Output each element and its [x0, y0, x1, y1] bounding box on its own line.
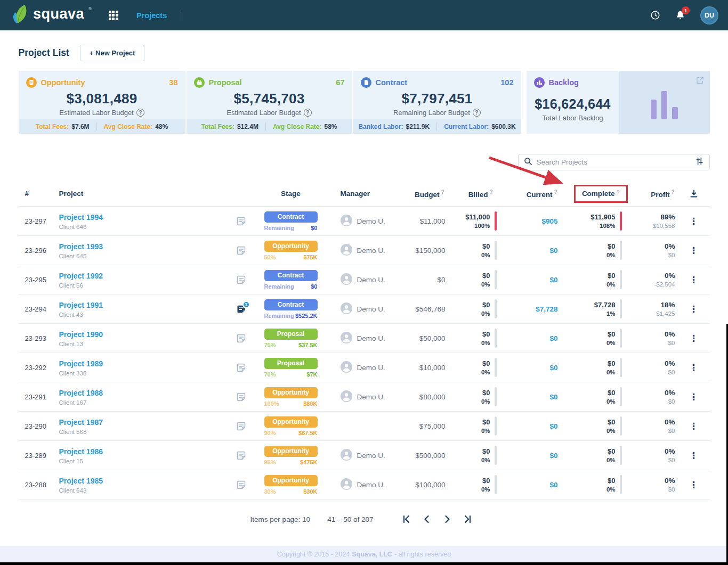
- export-download-icon[interactable]: [678, 190, 710, 198]
- manager-cell: Demo U.: [326, 361, 397, 374]
- profit-value: -$2,504: [624, 281, 675, 288]
- nav-projects-link[interactable]: Projects: [136, 11, 167, 20]
- note-icon[interactable]: [236, 363, 246, 373]
- project-link[interactable]: Project 1989: [59, 359, 103, 368]
- project-link[interactable]: Project 1992: [59, 272, 103, 280]
- billed-cell: $11,000 100%: [448, 211, 498, 231]
- project-number: 23-292: [19, 364, 48, 372]
- billed-value: $0: [481, 330, 490, 338]
- apps-grid-icon[interactable]: [109, 11, 118, 20]
- stage-sub-left: Remaining: [264, 313, 294, 319]
- billed-percent: 0%: [481, 281, 490, 288]
- complete-bar: [620, 299, 622, 318]
- last-page-button[interactable]: [457, 514, 478, 525]
- clock-icon[interactable]: [650, 10, 660, 20]
- project-link[interactable]: Project 1990: [59, 330, 103, 339]
- help-circle-icon[interactable]: ?: [136, 109, 144, 117]
- stage-sub: 95% $475K: [264, 459, 318, 465]
- note-icon[interactable]: [236, 333, 246, 343]
- complete-percent: 0%: [606, 486, 616, 493]
- project-link[interactable]: Project 1988: [59, 389, 103, 397]
- proposal-amount: $5,745,703: [194, 91, 345, 107]
- note-icon[interactable]: [236, 216, 246, 226]
- strip-divider: [436, 122, 437, 130]
- notifications-bell-icon[interactable]: 1: [675, 10, 685, 20]
- search-box[interactable]: [518, 154, 710, 170]
- billed-value: $0: [481, 477, 490, 485]
- help-icon[interactable]: ?: [441, 189, 444, 195]
- profit-percent: 0%: [624, 447, 675, 455]
- project-link[interactable]: Project 1991: [59, 301, 103, 309]
- kebab-icon[interactable]: ⋮: [689, 305, 698, 314]
- stage-sub-right: $7K: [306, 371, 317, 378]
- kebab-icon[interactable]: ⋮: [689, 246, 698, 255]
- opportunity-subtitle: Estimated Labor Budget: [59, 109, 133, 117]
- project-link[interactable]: Project 1987: [59, 418, 103, 427]
- manager-avatar: [341, 390, 352, 404]
- kebab-icon[interactable]: ⋮: [689, 275, 698, 284]
- current-labor-label: Current Labor:: [444, 123, 489, 130]
- kebab-icon[interactable]: ⋮: [689, 363, 698, 372]
- complete-cell: $0 0%: [561, 329, 624, 348]
- current-value: $0: [498, 364, 561, 372]
- note-icon[interactable]: [236, 451, 246, 461]
- budget-value: $10,000: [397, 364, 448, 372]
- search-input[interactable]: [537, 158, 695, 166]
- stage-sub: Remaining $0: [264, 283, 318, 290]
- profit-value: $0: [624, 457, 675, 463]
- project-link[interactable]: Project 1994: [59, 213, 103, 222]
- stage-sub-left: 75%: [264, 342, 276, 348]
- kebab-icon[interactable]: ⋮: [689, 451, 698, 460]
- notification-count-badge: 1: [682, 6, 690, 14]
- note-icon[interactable]: [236, 480, 246, 490]
- filter-sliders-icon[interactable]: [695, 157, 704, 168]
- kebab-icon[interactable]: ⋮: [689, 480, 698, 489]
- new-project-button[interactable]: + New Project: [80, 45, 145, 61]
- profit-value: $0: [624, 340, 675, 346]
- user-avatar[interactable]: DU: [700, 6, 718, 24]
- stage-badge: Contract: [264, 299, 318, 310]
- kebab-icon[interactable]: ⋮: [689, 392, 698, 402]
- billed-percent: 0%: [481, 340, 490, 346]
- footer-company: Squava, LLC: [352, 551, 392, 558]
- backlog-bar: [672, 107, 678, 119]
- project-link[interactable]: Project 1993: [59, 242, 103, 251]
- opportunity-amount: $3,081,489: [26, 91, 178, 107]
- stage-sub-left: Remaining: [264, 225, 294, 231]
- stage-sub-right: $80K: [303, 400, 317, 407]
- help-circle-icon[interactable]: ?: [304, 109, 312, 117]
- complete-percent: 1%: [594, 310, 616, 317]
- complete-bar: [620, 387, 622, 406]
- billed-percent: 0%: [481, 486, 490, 493]
- expand-icon[interactable]: [696, 76, 704, 86]
- note-icon[interactable]: [236, 392, 246, 402]
- note-icon[interactable]: [236, 275, 246, 285]
- help-icon[interactable]: ?: [554, 189, 557, 195]
- stage-sub-right: $525.2K: [295, 313, 318, 319]
- next-page-button[interactable]: [437, 514, 457, 525]
- help-icon[interactable]: ?: [616, 190, 619, 195]
- help-circle-icon[interactable]: ?: [473, 109, 481, 117]
- note-icon[interactable]: [236, 421, 246, 431]
- budget-value: $100,000: [397, 481, 448, 489]
- help-icon[interactable]: ?: [489, 189, 492, 195]
- kebab-icon[interactable]: ⋮: [689, 422, 698, 431]
- complete-percent: 0%: [606, 369, 616, 375]
- client-name: Client 15: [59, 458, 227, 464]
- manager-avatar: [341, 478, 352, 492]
- profit-value: $10,558: [624, 223, 675, 229]
- first-page-button[interactable]: [397, 514, 417, 525]
- complete-bar: [620, 211, 622, 231]
- previous-page-button[interactable]: [417, 514, 437, 525]
- items-per-page[interactable]: Items per page: 10: [250, 515, 311, 523]
- project-number: 23-296: [19, 247, 48, 255]
- billed-bar: [495, 329, 497, 348]
- kebab-icon[interactable]: ⋮: [689, 217, 698, 226]
- squava-logo[interactable]: squava ®: [12, 4, 92, 27]
- note-icon[interactable]: 1: [236, 304, 246, 314]
- help-icon[interactable]: ?: [671, 189, 674, 195]
- project-link[interactable]: Project 1986: [59, 447, 103, 456]
- kebab-icon[interactable]: ⋮: [689, 334, 698, 343]
- note-icon[interactable]: [236, 245, 246, 256]
- project-link[interactable]: Project 1985: [59, 477, 103, 485]
